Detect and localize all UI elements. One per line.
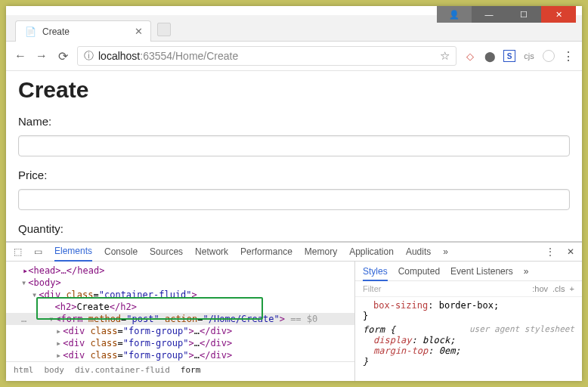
tab-title: Create: [42, 26, 70, 37]
url-field[interactable]: ⓘ localhost :63554 /Home/Create ☆: [77, 46, 456, 66]
price-label: Price:: [18, 169, 570, 181]
toggle-device-icon[interactable]: ▭: [34, 246, 42, 257]
tab-sources[interactable]: Sources: [150, 246, 183, 257]
address-bar: ← → ⟳ ⓘ localhost :63554 /Home/Create ☆ …: [6, 42, 582, 71]
tab-network[interactable]: Network: [195, 246, 228, 257]
tabs-overflow-icon[interactable]: »: [524, 266, 529, 277]
tab-elements[interactable]: Elements: [54, 246, 92, 262]
styles-filter-bar: Filter :hov .cls +: [355, 281, 582, 297]
devtools-toolbar: ⬚ ▭ Elements Console Sources Network Per…: [6, 243, 582, 262]
page-content: Create Name: Price: Quantity:: [6, 71, 582, 241]
crumb-selected[interactable]: form: [181, 365, 201, 375]
extension-icon[interactable]: [543, 50, 555, 62]
url-port: :63554: [140, 50, 172, 62]
price-input[interactable]: [18, 189, 570, 210]
dom-node[interactable]: <h2>Create</h2>: [6, 301, 354, 313]
new-rule-icon[interactable]: +: [570, 284, 574, 293]
tab-event-listeners[interactable]: Event Listeners: [450, 266, 513, 277]
close-tab-icon[interactable]: ✕: [135, 26, 143, 37]
url-path: /Home/Create: [172, 50, 238, 62]
back-icon[interactable]: ←: [14, 49, 27, 63]
crumb[interactable]: div.container-fluid: [75, 365, 170, 375]
cls-toggle[interactable]: .cls: [552, 284, 565, 293]
devtools-close-icon[interactable]: ✕: [567, 246, 574, 257]
dom-node[interactable]: ▸<div class="form-group">…</div>: [6, 325, 354, 337]
tabs-overflow-icon[interactable]: »: [443, 246, 448, 257]
dom-node[interactable]: ▾<div class="container-fluid">: [6, 289, 354, 301]
name-input[interactable]: [18, 135, 570, 156]
extension-icon[interactable]: ◇: [464, 50, 476, 62]
close-window-button[interactable]: ✕: [541, 6, 576, 23]
name-label: Name:: [18, 115, 570, 128]
forward-icon[interactable]: →: [35, 49, 48, 63]
inspect-element-icon[interactable]: ⬚: [14, 246, 22, 257]
dom-node[interactable]: ▸<div class="form-group">…</div>: [6, 337, 354, 349]
bookmark-star-icon[interactable]: ☆: [440, 49, 450, 63]
page-title: Create: [18, 77, 570, 103]
dom-node[interactable]: ▸<div class="form-group">…</div>: [6, 349, 354, 361]
dom-breadcrumb[interactable]: html body div.container-fluid form: [6, 361, 354, 378]
styles-tabs: Styles Computed Event Listeners »: [355, 262, 582, 281]
dom-node[interactable]: ▸<head>…</head>: [6, 265, 354, 277]
user-account-button[interactable]: 👤: [437, 6, 472, 23]
new-tab-button[interactable]: [157, 23, 171, 36]
crumb[interactable]: html: [14, 365, 34, 375]
url-host: localhost: [98, 50, 140, 62]
tab-computed[interactable]: Computed: [398, 266, 440, 277]
styles-pane: Styles Computed Event Listeners » Filter…: [355, 262, 582, 381]
tab-audits[interactable]: Audits: [406, 246, 431, 257]
extension-icon[interactable]: cjs: [523, 50, 535, 62]
dom-node[interactable]: ▾<body>: [6, 277, 354, 289]
browser-tab[interactable]: 📄 Create ✕: [15, 20, 151, 42]
dom-node-selected[interactable]: … ▾<form method="post" action="/Home/Cre…: [6, 313, 354, 325]
hov-toggle[interactable]: :hov: [532, 284, 548, 293]
minimize-button[interactable]: —: [472, 6, 506, 23]
tab-performance[interactable]: Performance: [240, 246, 292, 257]
devtools-menu-icon[interactable]: ⋮: [546, 246, 555, 257]
extension-icon[interactable]: S: [503, 50, 515, 62]
tab-console[interactable]: Console: [104, 246, 138, 257]
tab-styles[interactable]: Styles: [363, 266, 388, 281]
browser-window: 👤 — ☐ ✕ 📄 Create ✕ ← → ⟳ ⓘ localhost :63…: [6, 6, 582, 381]
chrome-menu-icon[interactable]: ⋮: [562, 49, 574, 63]
css-rules[interactable]: box-sizing: border-box; } user agent sty…: [355, 297, 582, 381]
window-controls: 👤 — ☐ ✕: [437, 6, 576, 23]
site-info-icon[interactable]: ⓘ: [84, 49, 94, 63]
devtools-panel: ⬚ ▭ Elements Console Sources Network Per…: [6, 241, 582, 381]
maximize-button[interactable]: ☐: [506, 6, 541, 23]
dom-tree[interactable]: ▸<head>…</head> ▾<body> ▾<div class="con…: [6, 262, 355, 381]
reload-icon[interactable]: ⟳: [56, 49, 70, 63]
styles-filter-input[interactable]: Filter: [363, 284, 528, 293]
quantity-label: Quantity:: [18, 222, 570, 235]
tab-application[interactable]: Application: [349, 246, 394, 257]
tab-memory[interactable]: Memory: [305, 246, 337, 257]
devtools-body: ▸<head>…</head> ▾<body> ▾<div class="con…: [6, 262, 582, 381]
tab-favicon-icon: 📄: [25, 26, 36, 37]
extension-icon[interactable]: ⬤: [484, 50, 496, 62]
crumb[interactable]: body: [45, 365, 65, 375]
